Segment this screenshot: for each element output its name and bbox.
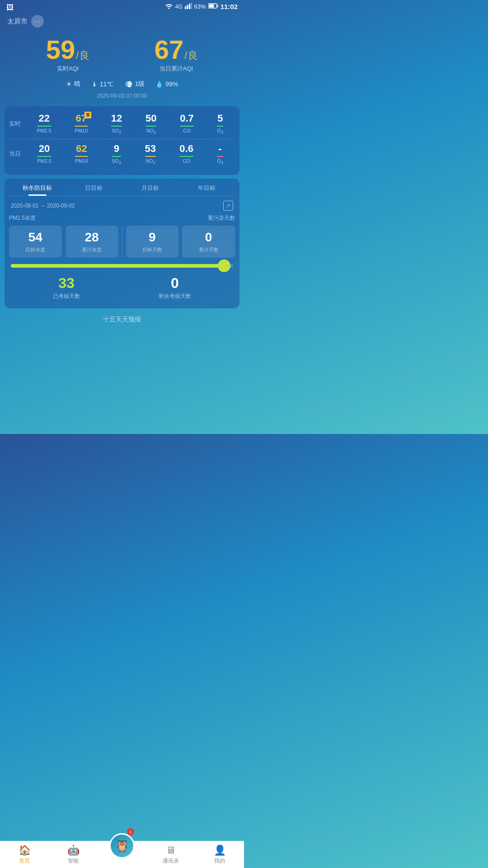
wifi-icon xyxy=(165,3,173,10)
realtime-no2: 50 NO2 xyxy=(145,113,156,135)
goal-target-days: 9 目标天数 xyxy=(126,226,179,258)
status-bar: 🖼 4G 63% 11:02 xyxy=(0,0,244,12)
weather-condition: 晴 xyxy=(74,80,80,88)
temperature-value: 11℃ xyxy=(100,80,114,88)
network-label: 4G xyxy=(175,4,183,10)
svg-rect-1 xyxy=(187,5,188,9)
timestamp: 2020-09-03 07:00:00 xyxy=(0,91,244,104)
progress-bar-fill: ⚡ xyxy=(11,264,224,268)
realtime-so2-name: SO2 xyxy=(111,128,122,135)
goals-cards: 54 目标浓度 28 累计浓度 9 目标天数 0 累计天数 xyxy=(9,226,235,258)
weather-sun: ☀ 晴 xyxy=(66,80,80,88)
edit-button[interactable]: ↗ xyxy=(223,201,233,211)
daily-aqi-grade: 良 xyxy=(188,49,198,62)
cumulative-concentration-label: 累计浓度 xyxy=(69,246,115,253)
realtime-pm25: 22 PM2.5 xyxy=(37,113,52,135)
realtime-pm10-badge: 首 xyxy=(84,112,91,118)
realtime-co-line xyxy=(180,126,194,127)
target-days-label: 目标天数 xyxy=(130,246,175,253)
remaining-days-label: 剩余考核天数 xyxy=(159,292,191,300)
daily-so2: 9 SO2 xyxy=(112,143,121,165)
wind-icon: 💨 xyxy=(125,80,132,88)
daily-o3: - O3 xyxy=(217,143,223,165)
tab-yearly[interactable]: 年目标 xyxy=(178,179,235,196)
section-title: 十五天天预报 xyxy=(0,312,244,326)
weather-temp: 🌡 11℃ xyxy=(91,80,114,88)
goals-date-range: 2020-08-01 ～ 2020-09-02 ↗ xyxy=(9,201,235,211)
realtime-pm25-value: 22 xyxy=(37,113,52,124)
daily-no2-value: 53 xyxy=(145,143,156,155)
top-bar: 太原市 ··· xyxy=(0,12,244,32)
weather-row: ☀ 晴 🌡 11℃ 💨 1级 💧 99% xyxy=(0,75,244,91)
tab-monthly[interactable]: 月目标 xyxy=(122,179,178,196)
thermometer-icon: 🌡 xyxy=(91,80,98,88)
goal-target-concentration: 54 目标浓度 xyxy=(9,226,62,258)
wind-level: 1级 xyxy=(135,80,145,88)
svg-rect-3 xyxy=(191,3,192,9)
data-panel: 实时 22 PM2.5 67 首 PM10 12 SO2 xyxy=(5,106,239,175)
realtime-pm10: 67 首 PM10 xyxy=(75,113,88,135)
date-range-text: 2020-08-01 ～ 2020-09-02 xyxy=(11,202,75,210)
realtime-pm25-name: PM2.5 xyxy=(37,128,52,133)
humidity-icon: 💧 xyxy=(155,80,163,88)
progress-bar-bg: ⚡ xyxy=(11,264,233,268)
battery-label: 63% xyxy=(194,3,206,10)
audited-days-value: 33 xyxy=(53,275,80,292)
cumulative-days-label: 累计天数 xyxy=(186,246,231,253)
humidity-value: 99% xyxy=(165,80,178,88)
realtime-aqi-grade: 良 xyxy=(80,49,89,62)
daily-no2: 53 NO2 xyxy=(145,143,156,165)
realtime-pm25-line xyxy=(37,126,52,127)
realtime-pm10-name: PM10 xyxy=(75,128,88,133)
cumulative-concentration-value: 28 xyxy=(69,230,115,245)
goals-category: PM2.5浓度 重污染天数 xyxy=(9,214,235,222)
realtime-pm10-line xyxy=(75,126,88,127)
category-right: 重污染天数 xyxy=(208,214,235,222)
daily-pm25-value: 20 xyxy=(37,143,52,155)
realtime-aqi-slash: / xyxy=(76,50,79,61)
daily-row-label: 当日 xyxy=(9,150,25,158)
realtime-aqi: 59 / 良 实时AQI xyxy=(46,37,90,73)
daily-pm10-value: 62 xyxy=(75,143,88,155)
goal-cumulative-concentration: 28 累计浓度 xyxy=(66,226,118,258)
daily-so2-value: 9 xyxy=(112,143,121,155)
realtime-row: 实时 22 PM2.5 67 首 PM10 12 SO2 xyxy=(9,113,235,135)
goal-cumulative-days: 0 累计天数 xyxy=(182,226,235,258)
realtime-so2-value: 12 xyxy=(111,113,122,124)
summary-row: 33 已考核天数 0 剩余考核天数 xyxy=(9,271,235,302)
weather-humidity: 💧 99% xyxy=(155,80,178,88)
time-display: 11:02 xyxy=(221,3,238,10)
daily-aqi-slash: / xyxy=(184,50,187,61)
progress-dot: ⚡ xyxy=(218,259,230,272)
photo-icon: 🖼 xyxy=(6,4,14,12)
realtime-co: 0.7 CO xyxy=(180,113,194,135)
realtime-co-name: CO xyxy=(180,128,194,133)
goals-divider xyxy=(122,226,122,258)
realtime-o3-name: O3 xyxy=(217,128,223,135)
realtime-row-label: 实时 xyxy=(9,120,25,128)
weather-wind: 💨 1级 xyxy=(125,80,145,88)
more-button[interactable]: ··· xyxy=(31,15,44,28)
realtime-o3-line xyxy=(217,126,223,127)
svg-rect-0 xyxy=(185,6,186,9)
daily-row: 当日 20 PM2.5 62 PM10 9 SO2 53 NO2 xyxy=(9,143,235,165)
audited-days-label: 已考核天数 xyxy=(53,292,80,300)
realtime-so2: 12 SO2 xyxy=(111,113,122,135)
cumulative-days-value: 0 xyxy=(186,230,231,245)
realtime-aqi-label: 实时AQI xyxy=(46,65,90,73)
remaining-days-item: 0 剩余考核天数 xyxy=(159,275,191,300)
realtime-o3: 5 O3 xyxy=(217,113,223,135)
svg-rect-5 xyxy=(217,5,218,7)
tab-daily[interactable]: 日目标 xyxy=(66,179,122,196)
tab-autumn-winter[interactable]: 秋冬防目标 xyxy=(9,179,66,196)
realtime-pollutants: 22 PM2.5 67 首 PM10 12 SO2 50 NO2 xyxy=(25,113,235,135)
daily-aqi: 67 / 良 当日累计AQI xyxy=(155,37,198,73)
daily-o3-value: - xyxy=(217,143,223,155)
realtime-no2-value: 50 xyxy=(145,113,156,124)
daily-aqi-label: 当日累计AQI xyxy=(155,65,198,73)
daily-pm25: 20 PM2.5 xyxy=(37,143,52,165)
aqi-section: 59 / 良 实时AQI 67 / 良 当日累计AQI xyxy=(0,32,244,75)
daily-co-value: 0.6 xyxy=(179,143,193,155)
progress-section: ⚡ xyxy=(9,262,235,271)
realtime-co-value: 0.7 xyxy=(180,113,194,124)
